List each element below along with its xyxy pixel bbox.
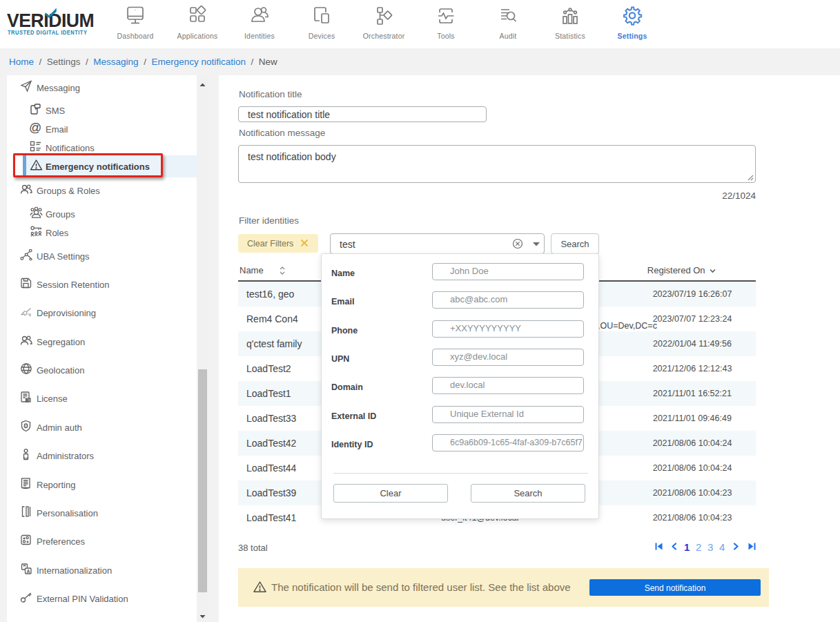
svg-text:@: @ [30,122,41,134]
svg-text:A: A [27,568,30,573]
